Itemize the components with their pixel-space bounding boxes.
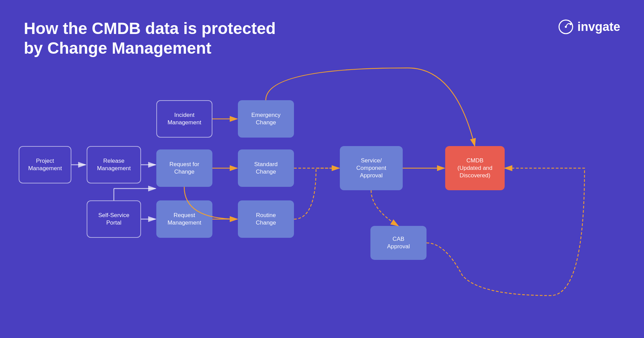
title-area: How the CMDB data is protected by Change… <box>24 19 276 58</box>
svg-point-2 <box>570 23 572 25</box>
cmdb-box: CMDB(Updated andDiscovered) <box>445 146 505 190</box>
project-management-box: ProjectManagement <box>19 146 71 183</box>
logo-area: invgate <box>558 19 620 35</box>
service-component-approval-box: Service/ComponentApproval <box>340 146 403 190</box>
standard-change-box: StandardChange <box>238 149 294 187</box>
invgate-logo-icon <box>558 19 574 35</box>
incident-management-box: IncidentManagement <box>156 100 212 138</box>
routine-change-box: RoutineChange <box>238 200 294 238</box>
self-service-portal-box: Self-ServicePortal <box>87 200 141 238</box>
release-management-box: ReleaseManagement <box>87 146 141 183</box>
emergency-change-box: EmergencyChange <box>238 100 294 138</box>
request-for-change-box: Request forChange <box>156 149 212 187</box>
cab-approval-box: CABApproval <box>370 226 427 260</box>
logo-text: invgate <box>577 20 620 34</box>
page-title: How the CMDB data is protected by Change… <box>24 19 276 58</box>
request-management-box: RequestManagement <box>156 200 212 238</box>
